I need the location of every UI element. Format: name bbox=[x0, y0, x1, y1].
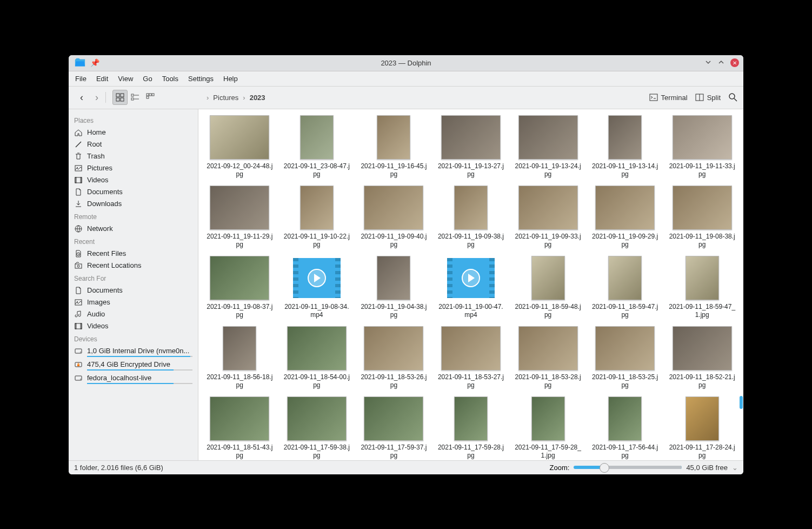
sidebar-device-0[interactable]: 1,0 GiB Internal Drive (nvme0n... bbox=[72, 345, 195, 359]
file-item[interactable]: 2021-09-11_19-16-45.jpg bbox=[356, 113, 432, 180]
file-item[interactable]: 2021-09-11_17-59-28.jpg bbox=[433, 394, 509, 460]
menu-go[interactable]: Go bbox=[143, 75, 152, 83]
file-item[interactable]: 2021-09-11_19-11-33.jpg bbox=[664, 113, 740, 180]
file-view[interactable]: 2021-09-12_00-24-48.jpg2021-09-11_23-08-… bbox=[198, 109, 743, 460]
image-thumbnail bbox=[223, 326, 256, 371]
back-button[interactable]: ‹ bbox=[74, 90, 89, 105]
file-item[interactable]: 2021-09-11_18-56-18.jpg bbox=[202, 323, 278, 391]
menu-tools[interactable]: Tools bbox=[162, 75, 178, 83]
image-thumbnail bbox=[377, 256, 410, 300]
file-item[interactable]: 2021-09-11_19-08-38.jpg bbox=[664, 183, 740, 250]
file-item[interactable]: 2021-09-11_18-53-27.jpg bbox=[433, 323, 509, 391]
file-item[interactable]: 2021-09-11_19-08-34.mp4 bbox=[279, 253, 355, 320]
sidebar-item-videos[interactable]: Videos bbox=[72, 320, 195, 332]
sidebar-item-home[interactable]: Home bbox=[72, 127, 195, 138]
scrollbar-thumb[interactable] bbox=[740, 396, 743, 409]
file-name: 2021-09-11_18-53-25.jpg bbox=[591, 373, 658, 389]
file-item[interactable]: 2021-09-11_19-10-22.jpg bbox=[279, 183, 355, 250]
minimize-button[interactable] bbox=[704, 58, 712, 68]
sidebar-item-images[interactable]: Images bbox=[72, 296, 195, 308]
sidebar-item-recent-locations[interactable]: Recent Locations bbox=[72, 260, 195, 272]
file-name: 2021-09-11_17-59-38.jpg bbox=[283, 444, 350, 460]
file-item[interactable]: 2021-09-12_00-24-48.jpg bbox=[202, 113, 278, 180]
terminal-button[interactable]: Terminal bbox=[649, 93, 688, 102]
sidebar-item-label: Videos bbox=[87, 176, 109, 184]
pin-icon[interactable]: 📌 bbox=[90, 58, 99, 67]
file-item[interactable]: 2021-09-11_17-59-37.jpg bbox=[356, 394, 432, 460]
image-thumbnail bbox=[441, 326, 501, 371]
menu-file[interactable]: File bbox=[75, 75, 86, 83]
recent-header: Recent bbox=[72, 235, 195, 248]
file-name: 2021-09-11_19-09-38.jpg bbox=[437, 233, 504, 249]
breadcrumb-parent[interactable]: Pictures bbox=[213, 94, 238, 102]
file-item[interactable]: 2021-09-11_18-52-21.jpg bbox=[664, 323, 740, 391]
file-item[interactable]: 2021-09-11_19-13-24.jpg bbox=[510, 113, 586, 180]
documents-icon bbox=[74, 286, 83, 295]
file-item[interactable]: 2021-09-11_19-09-29.jpg bbox=[587, 183, 663, 250]
menu-settings[interactable]: Settings bbox=[188, 75, 214, 83]
file-item[interactable]: 2021-09-11_19-13-27.jpg bbox=[433, 113, 509, 180]
breadcrumb-current[interactable]: 2023 bbox=[250, 94, 265, 102]
zoom-slider[interactable] bbox=[574, 466, 682, 469]
file-item[interactable]: 2021-09-11_23-08-47.jpg bbox=[279, 113, 355, 180]
file-item[interactable]: 2021-09-11_18-54-00.jpg bbox=[279, 323, 355, 391]
file-item[interactable]: 2021-09-11_18-51-43.jpg bbox=[202, 394, 278, 460]
sidebar-item-audio[interactable]: Audio bbox=[72, 308, 195, 320]
svg-rect-12 bbox=[650, 94, 657, 101]
sidebar-item-downloads[interactable]: Downloads bbox=[72, 198, 195, 210]
sidebar-item-documents[interactable]: Documents bbox=[72, 285, 195, 296]
file-item[interactable]: 2021-09-11_18-59-47.jpg bbox=[587, 253, 663, 320]
titlebar[interactable]: 📌 2023 — Dolphin ✕ bbox=[69, 55, 743, 71]
split-button[interactable]: Split bbox=[695, 93, 721, 102]
details-view-button[interactable] bbox=[143, 90, 158, 105]
sidebar-item-label: Audio bbox=[87, 310, 105, 318]
sidebar-item-documents[interactable]: Documents bbox=[72, 186, 195, 198]
image-thumbnail bbox=[364, 396, 423, 441]
sidebar-item-trash[interactable]: Trash bbox=[72, 150, 195, 162]
file-item[interactable]: 2021-09-11_19-09-40.jpg bbox=[356, 183, 432, 250]
file-item[interactable]: 2021-09-11_19-09-38.jpg bbox=[433, 183, 509, 250]
sidebar-item-recent-files[interactable]: Recent Files bbox=[72, 248, 195, 260]
file-item[interactable]: 2021-09-11_18-53-25.jpg bbox=[587, 323, 663, 391]
menu-view[interactable]: View bbox=[118, 75, 133, 83]
file-item[interactable]: 2021-09-11_19-08-37.jpg bbox=[202, 253, 278, 320]
menu-help[interactable]: Help bbox=[223, 75, 238, 83]
image-thumbnail bbox=[685, 256, 719, 300]
file-item[interactable]: 2021-09-11_18-53-26.jpg bbox=[356, 323, 432, 391]
breadcrumb[interactable]: › Pictures › 2023 bbox=[207, 94, 265, 102]
maximize-button[interactable] bbox=[717, 58, 725, 68]
forward-button[interactable]: › bbox=[89, 90, 104, 105]
sidebar-device-2[interactable]: fedora_localhost-live bbox=[72, 372, 195, 386]
menu-edit[interactable]: Edit bbox=[96, 75, 108, 83]
file-item[interactable]: 2021-09-11_19-09-33.jpg bbox=[510, 183, 586, 250]
downloads-icon bbox=[74, 200, 83, 208]
sidebar-item-root[interactable]: Root bbox=[72, 138, 195, 150]
audio-icon bbox=[74, 310, 83, 319]
file-item[interactable]: 2021-09-11_19-11-29.jpg bbox=[202, 183, 278, 250]
file-item[interactable]: 2021-09-11_17-28-24.jpg bbox=[664, 394, 740, 460]
icon-view-button[interactable] bbox=[112, 90, 128, 105]
sidebar-item-label: Recent Files bbox=[87, 249, 126, 257]
file-item[interactable]: 2021-09-11_19-00-47.mp4 bbox=[433, 253, 509, 320]
search-button[interactable] bbox=[728, 92, 738, 102]
sidebar-item-network[interactable]: Network bbox=[72, 223, 195, 235]
file-name: 2021-09-11_19-08-37.jpg bbox=[206, 303, 273, 319]
sidebar-item-videos[interactable]: Videos bbox=[72, 174, 195, 186]
file-item[interactable]: 2021-09-11_18-59-47_1.jpg bbox=[664, 253, 740, 320]
file-item[interactable]: 2021-09-11_19-13-14.jpg bbox=[587, 113, 663, 180]
file-item[interactable]: 2021-09-11_17-56-44.jpg bbox=[587, 394, 663, 460]
svg-rect-34 bbox=[77, 365, 79, 366]
file-name: 2021-09-11_17-59-28_1.jpg bbox=[515, 444, 582, 460]
image-thumbnail bbox=[364, 186, 423, 230]
sidebar-device-1[interactable]: 475,4 GiB Encrypted Drive bbox=[72, 359, 195, 372]
file-item[interactable]: 2021-09-11_17-59-38.jpg bbox=[279, 394, 355, 460]
compact-view-button[interactable] bbox=[128, 90, 143, 105]
file-item[interactable]: 2021-09-11_19-04-38.jpg bbox=[356, 253, 432, 320]
file-item[interactable]: 2021-09-11_18-59-48.jpg bbox=[510, 253, 586, 320]
file-item[interactable]: 2021-09-11_17-59-28_1.jpg bbox=[510, 394, 586, 460]
sidebar-item-pictures[interactable]: Pictures bbox=[72, 162, 195, 174]
chevron-down-icon[interactable]: ⌄ bbox=[732, 464, 738, 472]
close-button[interactable]: ✕ bbox=[730, 58, 739, 67]
file-name: 2021-09-11_23-08-47.jpg bbox=[283, 162, 350, 178]
file-item[interactable]: 2021-09-11_18-53-28.jpg bbox=[510, 323, 586, 391]
